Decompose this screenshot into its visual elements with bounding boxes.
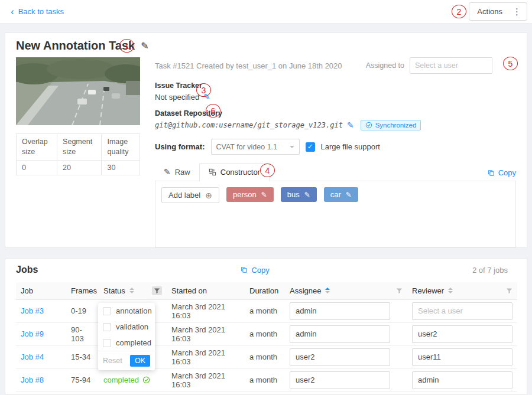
param-value-overlap: 0 — [17, 160, 57, 175]
task-preview-image — [16, 57, 140, 125]
assignee-filter-icon[interactable] — [396, 288, 403, 294]
dataset-repository-label: Dataset Repository — [155, 109, 516, 117]
back-to-tasks-label: Back to tasks — [18, 7, 64, 16]
job-row: Job #8 75-94 completed March 3rd 2021 16… — [16, 368, 517, 391]
using-format-label: Using format: — [155, 142, 205, 151]
label-chip-bus[interactable]: bus ✎ — [281, 187, 317, 202]
reviewer-sort-control[interactable] — [448, 288, 453, 293]
edit-label-icon[interactable]: ✎ — [261, 191, 267, 199]
copy-icon — [488, 169, 495, 177]
tab-raw[interactable]: ✎ Raw — [155, 163, 199, 181]
assignee-input[interactable] — [290, 348, 390, 366]
actions-button[interactable]: Actions ⋮ — [469, 2, 527, 21]
status-filter-dropdown: annotation validation completed Reset OK — [98, 303, 155, 370]
col-header-duration: Duration — [245, 282, 285, 299]
labels-constructor-panel: Add label ⊕ person ✎ bus ✎ car ✎ — [155, 181, 516, 247]
tab-constructor[interactable]: Constructor — [199, 163, 270, 181]
reviewer-input[interactable] — [412, 302, 512, 320]
jobs-copy-link[interactable]: Copy — [241, 266, 269, 275]
issue-tracker-label: Issue Tracker — [155, 81, 516, 90]
task-meta-text: Task #1521 Created by test_user_1 on Jun… — [155, 61, 342, 70]
more-menu-icon: ⋮ — [510, 6, 527, 17]
assignee-input[interactable] — [290, 371, 390, 389]
status-sort-control[interactable] — [129, 288, 134, 293]
edit-label-icon[interactable]: ✎ — [346, 191, 352, 199]
plus-circle-icon: ⊕ — [205, 191, 212, 200]
jobs-copy-label: Copy — [251, 266, 269, 275]
status-filter-icon[interactable] — [152, 286, 162, 295]
filter-option-completed[interactable]: completed — [98, 335, 155, 351]
jobs-table: Job Frames Status Started on Duration — [16, 282, 517, 392]
task-title: New Annotation Task — [16, 39, 135, 53]
col-header-reviewer: Reviewer — [412, 286, 444, 295]
status-completed-icon — [142, 376, 150, 384]
frames-cell: 90-103 — [66, 322, 99, 345]
select-caret-icon — [290, 146, 294, 148]
frames-cell: 15-34 — [66, 345, 99, 368]
issue-tracker-value: Not specified — [155, 93, 199, 102]
duration-cell: a month — [245, 299, 285, 322]
job-link[interactable]: Job #9 — [21, 329, 44, 338]
reviewer-filter-icon[interactable] — [506, 288, 512, 294]
status-cell: completed — [103, 376, 162, 384]
checkbox[interactable] — [103, 307, 111, 315]
labels-copy-label: Copy — [498, 168, 516, 177]
labels-copy-link[interactable]: Copy — [488, 168, 516, 181]
page: ‹ Back to tasks Actions ⋮ New Annotation… — [0, 0, 532, 395]
filter-option-label: annotation — [116, 306, 152, 315]
col-header-job: Job — [16, 282, 66, 299]
jobs-card: Jobs Copy 2 of 7 jobs Job Frames — [5, 258, 527, 395]
param-value-segment: 20 — [57, 160, 102, 175]
edit-repository-icon[interactable]: ✎ — [347, 120, 354, 130]
checkbox[interactable] — [103, 339, 111, 347]
format-select[interactable]: CVAT for video 1.1 — [211, 139, 300, 155]
constructor-icon — [209, 168, 216, 176]
edit-issue-tracker-icon[interactable]: ✎ — [203, 92, 210, 102]
assignee-sort-control[interactable] — [325, 288, 330, 293]
label-chip-person[interactable]: person ✎ — [226, 187, 274, 202]
assignee-input[interactable] — [290, 302, 390, 320]
jobs-count: 2 of 7 jobs — [472, 266, 516, 275]
duration-cell: a month — [245, 345, 285, 368]
add-label-text: Add label — [168, 191, 200, 200]
reviewer-input[interactable] — [412, 325, 512, 343]
job-row: Job #3 0-19 March 3rd 2021 16:03 a month — [16, 299, 517, 322]
edit-task-name-icon[interactable]: ✎ — [141, 40, 148, 51]
filter-ok-button[interactable]: OK — [130, 355, 150, 367]
large-file-checkbox[interactable]: ✓ — [306, 142, 315, 152]
large-file-label: Large file support — [321, 142, 380, 151]
job-link[interactable]: Job #3 — [21, 306, 44, 315]
job-row: Job #4 15-34 March 3rd 2021 16:03 a mont… — [16, 345, 517, 368]
filter-option-validation[interactable]: validation — [98, 319, 155, 335]
job-link[interactable]: Job #8 — [21, 376, 44, 384]
duration-cell: a month — [245, 322, 285, 345]
reviewer-input[interactable] — [412, 371, 512, 389]
label-chip-text: person — [233, 190, 257, 199]
param-header-overlap: Overlap size — [17, 134, 57, 161]
reviewer-input[interactable] — [412, 348, 512, 366]
job-link[interactable]: Job #4 — [21, 352, 44, 361]
back-to-tasks-link[interactable]: ‹ Back to tasks — [11, 6, 64, 17]
constructor-tab-label: Constructor — [220, 168, 260, 177]
assignee-input[interactable] — [290, 325, 390, 343]
label-chip-car[interactable]: car ✎ — [324, 187, 358, 202]
sync-status-label: Synchronized — [375, 122, 417, 129]
frames-cell: 75-94 — [66, 368, 99, 391]
add-label-button[interactable]: Add label ⊕ — [161, 187, 219, 203]
param-value-quality: 30 — [102, 160, 140, 175]
col-header-status: Status — [103, 286, 125, 295]
raw-tab-label: Raw — [175, 168, 190, 177]
frames-cell: 0-19 — [66, 299, 99, 322]
repository-url: git@github.com:username/git_storage_v123… — [155, 121, 343, 129]
filter-option-annotation[interactable]: annotation — [98, 303, 155, 319]
label-chip-text: bus — [287, 190, 300, 199]
checkbox[interactable] — [103, 323, 111, 331]
edit-label-icon[interactable]: ✎ — [304, 191, 310, 199]
assigned-to-label: Assigned to — [366, 61, 404, 70]
duration-cell: a month — [245, 368, 285, 391]
filter-reset-button[interactable]: Reset — [103, 357, 122, 365]
started-cell: March 3rd 2021 16:03 — [167, 345, 245, 368]
copy-icon — [241, 266, 248, 273]
col-header-assignee: Assignee — [290, 286, 321, 295]
task-assignee-input[interactable] — [410, 57, 492, 74]
